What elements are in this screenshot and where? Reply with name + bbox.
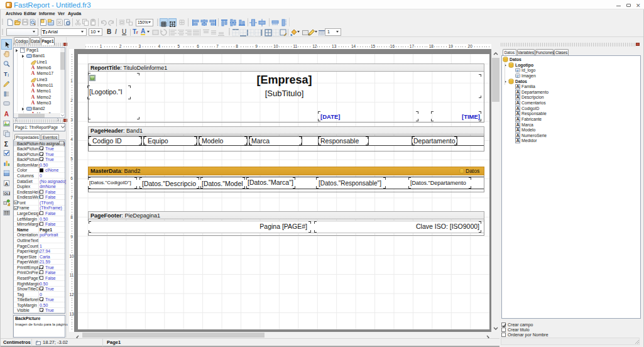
svg-text:T: T — [4, 71, 8, 77]
svg-text:A: A — [4, 111, 9, 117]
svg-text:Σ: Σ — [4, 140, 8, 146]
svg-text:OLE: OLE — [4, 191, 10, 195]
svg-text:I: I — [8, 73, 9, 77]
